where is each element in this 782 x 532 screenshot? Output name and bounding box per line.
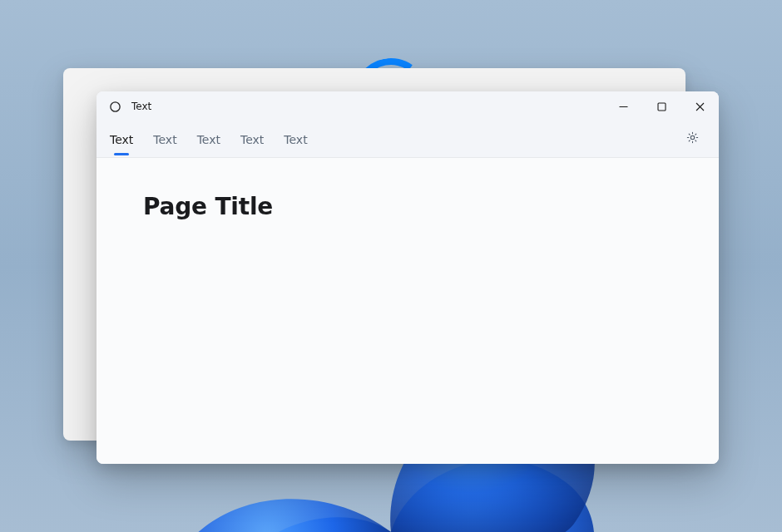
- close-button[interactable]: [681, 91, 719, 121]
- gear-icon: [685, 131, 700, 148]
- tab-label: Text: [240, 133, 264, 146]
- application-window: Text Text Text Text Text Text: [97, 91, 719, 464]
- tab-label: Text: [110, 133, 133, 146]
- tab-item-2[interactable]: Text: [197, 125, 220, 155]
- tab-item-3[interactable]: Text: [240, 125, 264, 155]
- tab-bar: Text Text Text Text Text: [97, 121, 719, 158]
- maximize-button[interactable]: [642, 91, 681, 121]
- minimize-button[interactable]: [604, 91, 642, 121]
- svg-point-0: [110, 101, 119, 111]
- svg-point-5: [690, 135, 694, 139]
- tab-item-0[interactable]: Text: [110, 125, 133, 155]
- titlebar[interactable]: Text: [97, 91, 719, 121]
- tab-item-4[interactable]: Text: [284, 125, 307, 155]
- svg-rect-2: [658, 103, 666, 111]
- window-controls: [604, 91, 719, 121]
- app-icon: [108, 100, 121, 113]
- settings-button[interactable]: [679, 126, 705, 153]
- tab-label: Text: [284, 133, 307, 146]
- page-title: Page Title: [143, 193, 672, 220]
- tab-label: Text: [197, 133, 220, 146]
- tab-label: Text: [153, 133, 176, 146]
- window-title: Text: [131, 101, 151, 112]
- page-content: Page Title: [97, 158, 719, 464]
- tab-item-1[interactable]: Text: [153, 125, 176, 155]
